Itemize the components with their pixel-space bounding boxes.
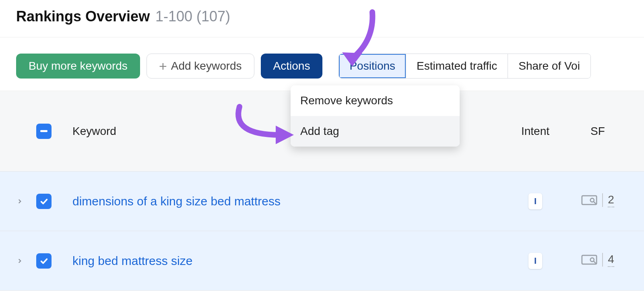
actions-dropdown: Remove keywordsAdd tag <box>291 85 460 147</box>
table-row: dimensions of a king size bed mattress I… <box>0 172 644 231</box>
menu-remove-keywords[interactable]: Remove keywords <box>291 85 460 116</box>
sf-count: 4 <box>608 253 614 267</box>
svg-line-2 <box>594 202 596 204</box>
sf-cell[interactable]: 2 <box>581 193 614 207</box>
serp-features-icon <box>581 254 597 266</box>
intent-badge[interactable]: I <box>528 253 542 269</box>
expand-toggle[interactable] <box>16 195 36 208</box>
sf-separator <box>602 193 603 207</box>
actions-label: Actions <box>273 60 310 72</box>
tab-share-of-voice[interactable]: Share of Voi <box>508 54 590 78</box>
page-title: Rankings Overview <box>16 8 150 25</box>
col-checkbox <box>36 124 64 139</box>
chevron-right-icon <box>16 195 23 207</box>
col-header-intent[interactable]: Intent <box>503 125 568 138</box>
svg-point-1 <box>590 199 594 202</box>
add-keywords-label: Add keywords <box>171 60 242 72</box>
sf-separator <box>602 253 603 267</box>
sf-cell[interactable]: 4 <box>581 253 614 267</box>
tab-positions[interactable]: Positions <box>339 54 406 78</box>
col-header-sf[interactable]: SF <box>568 125 628 138</box>
buy-more-keywords-button[interactable]: Buy more keywords <box>16 54 140 79</box>
actions-button[interactable]: Actions <box>261 54 323 79</box>
keyword-link[interactable]: king bed mattress size <box>72 254 192 267</box>
svg-line-5 <box>594 261 596 263</box>
row-checkbox[interactable] <box>36 253 52 269</box>
row-checkbox[interactable] <box>36 194 52 209</box>
serp-features-icon <box>581 194 597 206</box>
select-all-checkbox[interactable] <box>36 124 52 139</box>
view-tabs: Positions Estimated traffic Share of Voi <box>339 54 590 79</box>
svg-point-4 <box>590 258 594 262</box>
page-header: Rankings Overview 1-100 (107) <box>0 0 644 37</box>
chevron-right-icon <box>16 255 23 267</box>
page-range: 1-100 (107) <box>155 8 230 25</box>
toolbar: Buy more keywords + Add keywords Actions… <box>0 37 644 91</box>
expand-toggle[interactable] <box>16 254 36 267</box>
tab-estimated-traffic[interactable]: Estimated traffic <box>406 54 508 78</box>
table-row: king bed mattress size I 4 <box>0 231 644 291</box>
intent-badge[interactable]: I <box>528 193 542 209</box>
buy-more-keywords-label: Buy more keywords <box>29 60 128 72</box>
keyword-link[interactable]: dimensions of a king size bed mattress <box>72 194 281 208</box>
plus-icon: + <box>159 59 167 73</box>
menu-add-tag[interactable]: Add tag <box>291 116 460 147</box>
sf-count: 2 <box>608 193 614 207</box>
add-keywords-button[interactable]: + Add keywords <box>147 54 254 79</box>
